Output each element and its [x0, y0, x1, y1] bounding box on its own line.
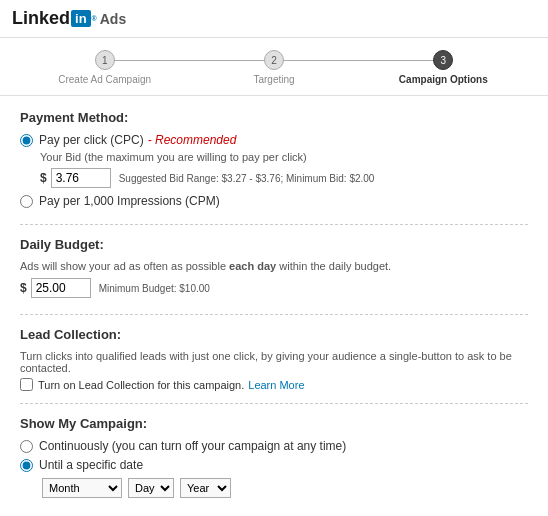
budget-title: Daily Budget: [20, 237, 528, 252]
stepper: 1 Create Ad Campaign 2 Targeting 3 Campa… [0, 38, 548, 96]
year-select[interactable]: Year 201320142015 [180, 478, 231, 498]
budget-input[interactable] [31, 278, 91, 298]
budget-description: Ads will show your ad as often as possib… [20, 260, 528, 272]
month-select[interactable]: Month JanuaryFebruaryMarch AprilMayJune … [42, 478, 122, 498]
registered-mark: ® [92, 15, 97, 22]
learn-more-link[interactable]: Learn More [248, 379, 304, 391]
lead-title: Lead Collection: [20, 327, 528, 342]
specific-date-label: Until a specific date [39, 458, 143, 472]
lead-section: Lead Collection: Turn clicks into qualif… [20, 327, 528, 404]
lead-checkbox-row: Turn on Lead Collection for this campaig… [20, 378, 528, 391]
main-content: Payment Method: Pay per click (CPC) - Re… [0, 96, 548, 516]
dollar-sign: $ [40, 171, 47, 185]
budget-section: Daily Budget: Ads will show your ad as o… [20, 237, 528, 315]
cpc-label: Pay per click (CPC) [39, 133, 144, 147]
linkedin-word: Linked [12, 8, 70, 29]
cpm-radio-row: Pay per 1,000 Impressions (CPM) [20, 194, 528, 208]
lead-checkbox[interactable] [20, 378, 33, 391]
linkedin-in-badge: in [71, 10, 91, 27]
specific-date-radio[interactable] [20, 459, 33, 472]
recommended-label: - Recommended [148, 133, 237, 147]
header: Linked in ® Ads [0, 0, 548, 38]
bid-hint: Suggested Bid Range: $3.27 - $3.76; Mini… [119, 173, 375, 184]
step-3: 3 Campaign Options [359, 50, 528, 85]
step-3-label: Campaign Options [399, 74, 488, 85]
bid-input-row: $ Suggested Bid Range: $3.27 - $3.76; Mi… [40, 168, 528, 188]
cpc-radio[interactable] [20, 134, 33, 147]
budget-dollar-sign: $ [20, 281, 27, 295]
step-1-label: Create Ad Campaign [58, 74, 151, 85]
continuously-radio[interactable] [20, 440, 33, 453]
cpm-label: Pay per 1,000 Impressions (CPM) [39, 194, 220, 208]
cpm-radio[interactable] [20, 195, 33, 208]
specific-date-radio-row: Until a specific date [20, 458, 528, 472]
continuously-label: Continuously (you can turn off your camp… [39, 439, 346, 453]
step-1: 1 Create Ad Campaign [20, 50, 189, 85]
campaign-options: Continuously (you can turn off your camp… [20, 439, 528, 498]
budget-input-row: $ Minimum Budget: $10.00 [20, 278, 528, 298]
bid-description: Your Bid (the maximum you are willing to… [40, 151, 528, 163]
step-2: 2 Targeting [189, 50, 358, 85]
step-2-label: Targeting [253, 74, 294, 85]
campaign-title: Show My Campaign: [20, 416, 528, 431]
lead-checkbox-label: Turn on Lead Collection for this campaig… [38, 379, 244, 391]
payment-title: Payment Method: [20, 110, 528, 125]
step-2-circle: 2 [264, 50, 284, 70]
payment-section: Payment Method: Pay per click (CPC) - Re… [20, 110, 528, 225]
step-3-circle: 3 [433, 50, 453, 70]
cpc-radio-row: Pay per click (CPC) - Recommended [20, 133, 528, 147]
day-select[interactable]: Day 1234 5678 910 [128, 478, 174, 498]
lead-description: Turn clicks into qualified leads with ju… [20, 350, 528, 374]
continuously-radio-row: Continuously (you can turn off your camp… [20, 439, 528, 453]
ads-label: Ads [100, 11, 126, 27]
step-1-circle: 1 [95, 50, 115, 70]
date-selects: Month JanuaryFebruaryMarch AprilMayJune … [42, 478, 528, 498]
campaign-section: Show My Campaign: Continuously (you can … [20, 416, 528, 510]
budget-hint: Minimum Budget: $10.00 [99, 283, 210, 294]
linkedin-logo: Linked in ® Ads [12, 8, 126, 29]
bid-input[interactable] [51, 168, 111, 188]
